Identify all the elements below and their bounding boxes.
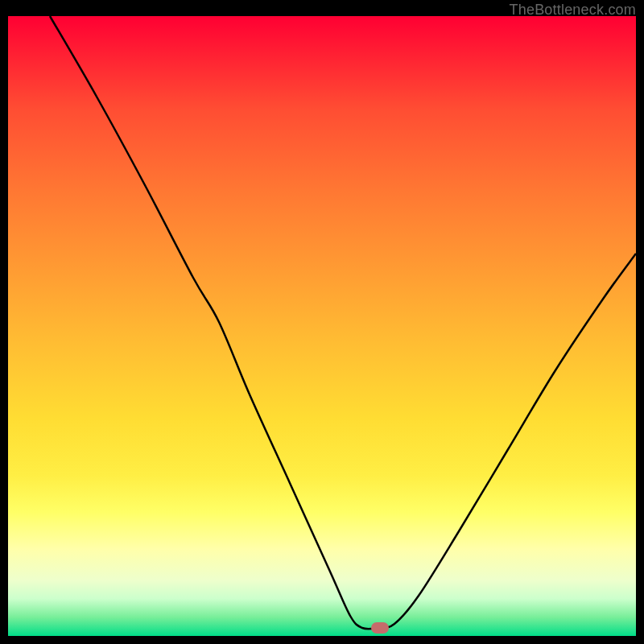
curve-svg [8, 16, 636, 636]
optimal-marker [371, 622, 389, 634]
plot-area [8, 16, 636, 636]
bottleneck-curve [50, 16, 636, 629]
chart-container: TheBottleneck.com [0, 0, 644, 644]
